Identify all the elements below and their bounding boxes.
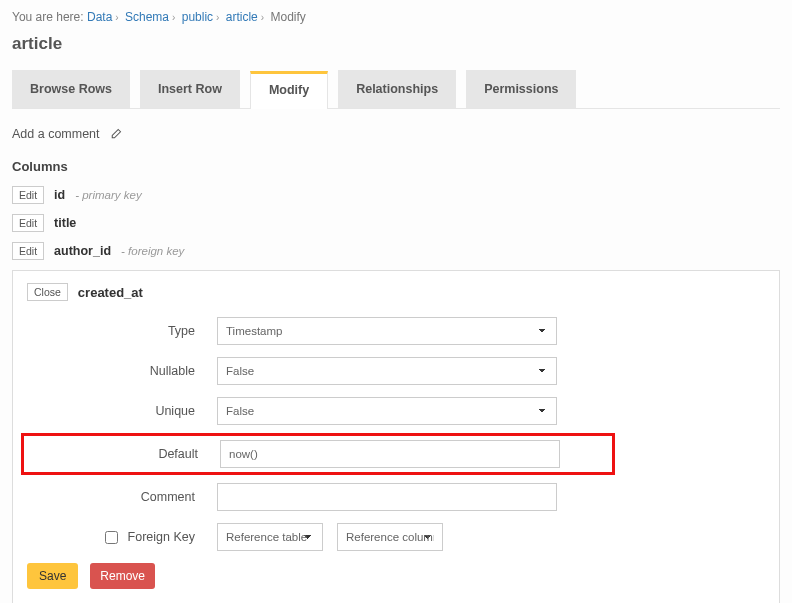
breadcrumb: You are here: Data› Schema› public› arti…: [12, 10, 780, 24]
column-row-title: Edit title: [12, 214, 780, 232]
fk-checkbox[interactable]: [105, 531, 118, 544]
columns-heading: Columns: [12, 159, 780, 174]
crumb-data[interactable]: Data: [87, 10, 112, 24]
unique-select[interactable]: False: [217, 397, 557, 425]
column-name: author_id: [54, 244, 111, 258]
add-comment-label: Add a comment: [12, 127, 100, 141]
type-label: Type: [27, 324, 217, 338]
expanded-column-name: created_at: [78, 285, 143, 300]
default-label: Default: [30, 447, 220, 461]
comment-label: Comment: [27, 490, 217, 504]
column-name: id: [54, 188, 65, 202]
crumb-article[interactable]: article: [226, 10, 258, 24]
column-row-id: Edit id - primary key: [12, 186, 780, 204]
unique-label: Unique: [27, 404, 217, 418]
add-comment-link[interactable]: Add a comment: [12, 127, 780, 141]
crumb-public[interactable]: public: [182, 10, 213, 24]
tab-relationships[interactable]: Relationships: [338, 70, 456, 108]
edit-icon: [110, 128, 122, 140]
fk-ref-column-select[interactable]: Reference column: [337, 523, 443, 551]
fk-ref-table-select[interactable]: Reference table: [217, 523, 323, 551]
remove-button[interactable]: Remove: [90, 563, 155, 589]
column-meta: - primary key: [75, 189, 141, 201]
crumb-modify: Modify: [270, 10, 305, 24]
breadcrumb-prefix: You are here:: [12, 10, 84, 24]
comment-input[interactable]: [217, 483, 557, 511]
edit-button[interactable]: Edit: [12, 242, 44, 260]
column-row-author-id: Edit author_id - foreign key: [12, 242, 780, 260]
tab-insert-row[interactable]: Insert Row: [140, 70, 240, 108]
nullable-label: Nullable: [27, 364, 217, 378]
close-button[interactable]: Close: [27, 283, 68, 301]
crumb-schema[interactable]: Schema: [125, 10, 169, 24]
column-edit-panel: Close created_at Type Timestamp Nullable…: [12, 270, 780, 603]
tab-modify[interactable]: Modify: [250, 71, 328, 109]
default-input[interactable]: [220, 440, 560, 468]
tab-browse-rows[interactable]: Browse Rows: [12, 70, 130, 108]
tab-permissions[interactable]: Permissions: [466, 70, 576, 108]
column-name: title: [54, 216, 76, 230]
fk-label: Foreign Key: [128, 530, 195, 544]
nullable-select[interactable]: False: [217, 357, 557, 385]
edit-button[interactable]: Edit: [12, 214, 44, 232]
save-button[interactable]: Save: [27, 563, 78, 589]
tab-bar: Browse Rows Insert Row Modify Relationsh…: [12, 70, 780, 109]
type-select[interactable]: Timestamp: [217, 317, 557, 345]
default-row-highlight: Default: [21, 433, 615, 475]
edit-button[interactable]: Edit: [12, 186, 44, 204]
page-title: article: [12, 34, 780, 54]
column-meta: - foreign key: [121, 245, 184, 257]
